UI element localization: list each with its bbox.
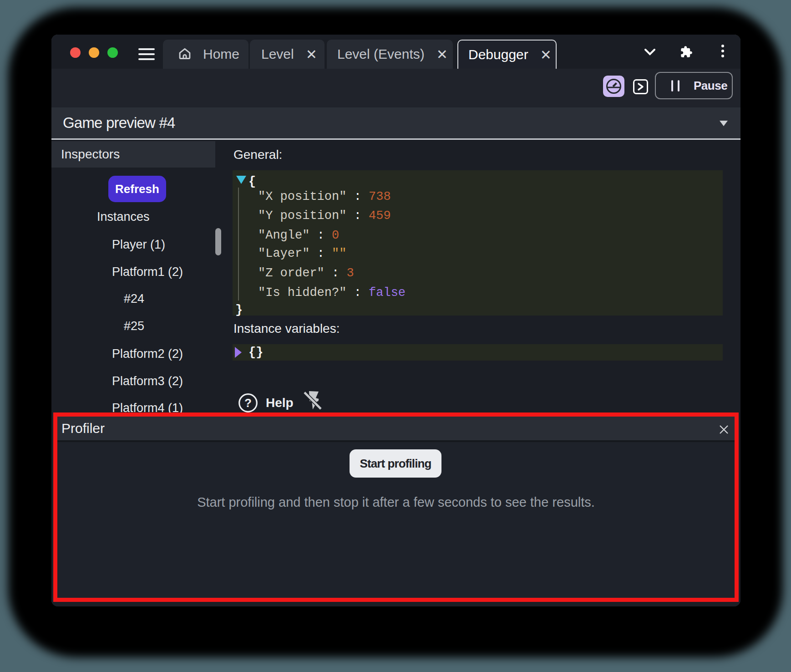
svg-text:?: ? bbox=[244, 396, 252, 410]
